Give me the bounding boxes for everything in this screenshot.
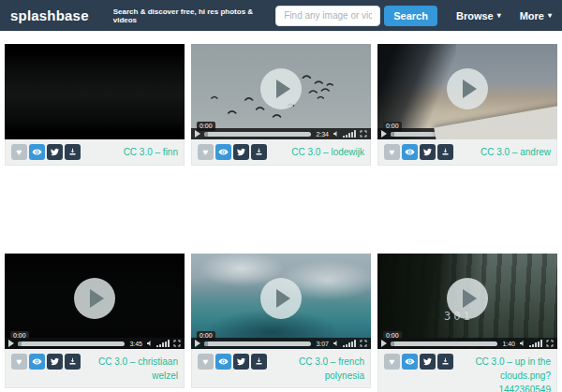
fullscreen-icon[interactable] <box>173 340 181 347</box>
volume-bars[interactable] <box>343 340 356 347</box>
play-button[interactable] <box>260 68 302 109</box>
like-button[interactable]: ♥ <box>11 144 27 160</box>
heart-icon: ♥ <box>17 148 22 157</box>
download-button[interactable] <box>65 144 81 160</box>
speaker-icon[interactable] <box>519 130 526 138</box>
twitter-share-button[interactable] <box>420 354 436 370</box>
twitter-share-button[interactable] <box>47 354 63 370</box>
volume-bars[interactable] <box>529 130 542 138</box>
fullscreen-icon[interactable] <box>360 130 367 138</box>
twitter-share-button[interactable] <box>233 354 249 370</box>
eye-icon <box>405 356 415 367</box>
video-card: 0:00 2:34 ♥ CC 3.0 – lodewijk <box>191 44 371 166</box>
like-button[interactable]: ♥ <box>198 144 214 160</box>
card-footer: ♥ CC 3.0 – french polynesia <box>191 349 371 388</box>
video-controls: 3:45 <box>5 338 185 349</box>
video-player[interactable]: 0:00 3:45 <box>5 254 185 349</box>
speaker-icon[interactable] <box>333 340 340 347</box>
heart-icon: ♥ <box>203 148 209 157</box>
views-button[interactable] <box>29 354 45 370</box>
heart-icon: ♥ <box>390 148 395 157</box>
download-icon <box>441 357 450 366</box>
like-button[interactable]: ♥ <box>198 354 214 370</box>
twitter-share-button[interactable] <box>233 144 249 160</box>
attribution-link[interactable]: CC 3.0 – andrew <box>481 145 551 159</box>
fullscreen-icon[interactable] <box>360 340 367 347</box>
caret-down-icon: ▾ <box>548 12 552 20</box>
attribution-link[interactable]: CC 3.0 – finn <box>124 145 178 159</box>
duration-label: 2:34 <box>316 131 329 138</box>
video-row: 0:00 3:45 ♥ CC 3.0 – christiaan we <box>5 254 557 392</box>
speaker-icon[interactable] <box>146 340 154 347</box>
brand-logo[interactable]: splashbase <box>10 7 89 23</box>
play-icon[interactable] <box>381 130 387 138</box>
like-button[interactable]: ♥ <box>11 354 27 370</box>
play-icon[interactable] <box>195 340 200 347</box>
eye-icon <box>405 147 415 157</box>
speaker-icon[interactable] <box>519 340 526 347</box>
progress-bar[interactable] <box>391 132 497 137</box>
progress-bar[interactable] <box>204 132 311 137</box>
video-controls: 1:40 <box>377 338 557 349</box>
card-footer: ♥ CC 3.0 – finn <box>5 139 185 166</box>
like-button[interactable]: ♥ <box>384 354 400 370</box>
video-card: 301 0:00 1:40 ♥ C <box>377 254 557 392</box>
views-button[interactable] <box>29 144 45 160</box>
volume-bars[interactable] <box>343 130 356 138</box>
caret-down-icon: ▾ <box>497 12 501 20</box>
views-button[interactable] <box>215 354 231 370</box>
download-button[interactable] <box>65 354 81 370</box>
video-player[interactable]: 0:00 6:54 <box>377 44 557 139</box>
attribution-link[interactable]: CC 3.0 – christiaan welzel <box>81 355 178 383</box>
progress-bar[interactable] <box>204 341 311 346</box>
navbar-right: Search Browse ▾ More ▾ <box>275 6 552 26</box>
download-button[interactable] <box>437 354 453 370</box>
nav-browse-menu[interactable]: Browse ▾ <box>456 10 501 22</box>
attribution-link[interactable]: CC 3.0 – lodewijk <box>291 145 364 159</box>
volume-bars[interactable] <box>529 340 542 347</box>
twitter-icon <box>423 148 432 156</box>
card-actions: ♥ <box>384 144 453 160</box>
attribution-link[interactable]: CC 3.0 – french polynesia <box>267 355 364 383</box>
play-button[interactable] <box>74 278 115 319</box>
card-footer: ♥ CC 3.0 – andrew <box>377 139 557 166</box>
heart-icon: ♥ <box>17 357 22 367</box>
download-button[interactable] <box>251 354 267 370</box>
fullscreen-icon[interactable] <box>546 130 554 138</box>
views-button[interactable] <box>402 144 418 160</box>
speaker-icon[interactable] <box>333 130 340 138</box>
play-button[interactable] <box>260 278 302 319</box>
video-player[interactable]: 0:00 2:34 <box>191 44 371 139</box>
twitter-share-button[interactable] <box>47 144 63 160</box>
twitter-icon <box>51 148 59 156</box>
fullscreen-icon[interactable] <box>546 340 554 347</box>
play-icon[interactable] <box>195 130 200 138</box>
views-button[interactable] <box>215 144 231 160</box>
play-icon[interactable] <box>381 340 387 347</box>
video-player[interactable]: 0:00 3:07 <box>191 254 371 349</box>
progress-bar[interactable] <box>391 341 497 346</box>
video-card: 0:00 3:45 ♥ CC 3.0 – christiaan we <box>5 254 185 392</box>
download-button[interactable] <box>437 144 453 160</box>
progress-bar[interactable] <box>18 341 125 346</box>
play-icon <box>463 289 477 308</box>
like-button[interactable]: ♥ <box>384 144 400 160</box>
video-controls: 3:07 <box>191 338 371 349</box>
play-icon[interactable] <box>8 340 14 347</box>
views-button[interactable] <box>402 354 418 370</box>
volume-bars[interactable] <box>156 340 170 347</box>
video-controls: 2:34 <box>191 128 371 139</box>
twitter-share-button[interactable] <box>420 144 436 160</box>
search-button[interactable]: Search <box>384 6 437 26</box>
nav-more-menu[interactable]: More ▾ <box>520 10 552 22</box>
twitter-icon <box>237 148 245 156</box>
attribution-link[interactable]: CC 3.0 – up in the clouds.png?1442360549 <box>453 355 551 392</box>
play-button[interactable] <box>447 278 488 319</box>
download-button[interactable] <box>251 144 267 160</box>
video-player[interactable]: 301 0:00 1:40 <box>377 254 557 349</box>
play-button[interactable] <box>447 68 488 109</box>
play-icon <box>276 289 290 308</box>
search-input[interactable] <box>275 6 380 26</box>
download-icon <box>68 357 77 366</box>
video-player[interactable] <box>5 44 185 139</box>
